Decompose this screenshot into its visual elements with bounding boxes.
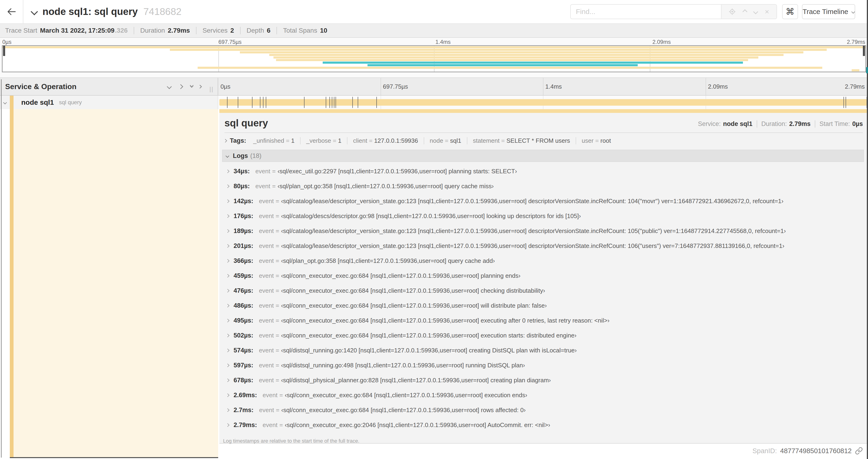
log-row[interactable]: 2.7ms:event=‹sql/conn_executor_exec.go:6…: [222, 402, 864, 418]
view-selector-label: Trace Timeline: [803, 8, 848, 15]
service-operation-header: Service & Operation ||: [0, 78, 218, 95]
log-row[interactable]: 678µs:event=‹sql/distsql_physical_planne…: [222, 373, 864, 388]
log-expand-icon[interactable]: [226, 184, 229, 188]
chevron-down-icon[interactable]: [31, 8, 38, 15]
minimap-span-bar-row: [3, 69, 865, 72]
minimap-rows: [3, 46, 865, 72]
collapse-one-icon[interactable]: [167, 84, 172, 89]
log-row[interactable]: 201µs:event=‹sql/catalog/lease/descripto…: [222, 238, 864, 253]
log-row[interactable]: 142µs:event=‹sql/catalog/lease/descripto…: [222, 194, 864, 208]
expand-all-icon[interactable]: [201, 85, 202, 88]
minimap-span-bar-row: [3, 54, 865, 56]
log-expand-icon[interactable]: [226, 319, 229, 322]
collapse-all-icon[interactable]: [190, 86, 193, 87]
span-bar-ticks: [219, 96, 867, 109]
minimap-span-bar-row: [3, 64, 865, 66]
log-expand-icon[interactable]: [226, 214, 229, 218]
log-expand-icon[interactable]: [226, 378, 229, 382]
log-expand-icon[interactable]: [226, 408, 229, 412]
divider: [224, 132, 863, 133]
trace-timeline-page: node sql1: sql query 7418682 × ⌘ Trace T…: [0, 0, 868, 459]
info-value: 6: [267, 27, 271, 34]
meta-label: Duration:: [762, 120, 787, 128]
log-row[interactable]: 476µs:event=‹sql/conn_executor_exec.go:6…: [222, 283, 864, 298]
back-button[interactable]: [0, 0, 23, 23]
log-expand-icon[interactable]: [226, 363, 229, 367]
keyboard-shortcuts-button[interactable]: ⌘: [782, 4, 798, 19]
collapse-controls: [167, 78, 202, 95]
log-expand-icon[interactable]: [226, 333, 229, 337]
deep-link-icon[interactable]: [855, 447, 863, 455]
log-expand-icon[interactable]: [226, 229, 229, 233]
log-row[interactable]: 502µs:event=‹sql/conn_executor_exec.go:6…: [222, 328, 864, 343]
scrubber-left-handle[interactable]: [3, 46, 5, 56]
tag-item: statement = SELECT * FROM users: [467, 137, 576, 144]
find-clear-icon[interactable]: ×: [765, 8, 769, 15]
log-expand-icon[interactable]: [226, 393, 229, 397]
tick-label: 0µs: [220, 83, 230, 90]
log-row[interactable]: 34µs:event=‹sql/exec_util.go:2297 [nsql1…: [222, 164, 864, 179]
log-row[interactable]: 366µs:event=‹sql/plan_opt.go:358 [nsql1,…: [222, 253, 864, 268]
log-expand-icon[interactable]: [226, 199, 229, 203]
find-box: ×: [570, 4, 777, 19]
log-expand-icon[interactable]: [226, 259, 229, 263]
log-expand-icon[interactable]: [226, 244, 229, 248]
page-title: node sql1: sql query: [42, 6, 138, 17]
logs-header[interactable]: Logs (18): [222, 150, 864, 162]
log-event-tick: [330, 97, 330, 108]
log-expand-icon[interactable]: [226, 349, 229, 352]
log-row[interactable]: 176µs:event=‹sql/catalog/descs/descripto…: [222, 208, 864, 223]
info-label: Duration: [140, 27, 165, 34]
minimap-span-bar-row: [3, 66, 865, 69]
span-operation-name: sql query: [59, 99, 82, 106]
tags-row[interactable]: Tags: _unfinished = 1_verbose = 1client …: [223, 137, 863, 144]
span-name-column[interactable]: node sql1 sql query: [0, 96, 218, 109]
span-detail-title: sql query: [224, 118, 268, 129]
find-prev-icon[interactable]: [742, 9, 747, 14]
tag-item: client = 127.0.0.1:59936: [347, 137, 424, 144]
log-expand-icon[interactable]: [226, 289, 229, 292]
log-event-tick: [843, 97, 844, 108]
log-row[interactable]: 486µs:event=‹sql/conn_executor_exec.go:6…: [222, 298, 864, 313]
tag-item: _verbose = 1: [300, 137, 347, 144]
log-event-tick: [352, 97, 353, 108]
log-expand-icon[interactable]: [226, 274, 229, 277]
column-resizer[interactable]: ||: [209, 86, 214, 93]
view-selector-button[interactable]: Trace Timeline: [802, 4, 855, 19]
find-input[interactable]: [571, 5, 721, 19]
log-expand-icon[interactable]: [226, 304, 229, 307]
span-id-line: SpanID: 4877749850101760812: [752, 447, 863, 455]
minimap-span-bar-row: [3, 61, 865, 64]
log-row[interactable]: 597µs:event=‹sql/distsql_running.go:498 …: [222, 358, 864, 373]
find-next-icon[interactable]: [753, 9, 758, 14]
log-event-tick: [227, 97, 227, 108]
log-row[interactable]: 459µs:event=‹sql/conn_executor_exec.go:6…: [222, 268, 864, 283]
span-collapse-icon[interactable]: [3, 101, 7, 104]
log-row[interactable]: 2.79ms:event=‹sql/conn_executor_exec.go:…: [222, 418, 864, 432]
log-row[interactable]: 2.69ms:event=‹sql/conn_executor_exec.go:…: [222, 388, 864, 402]
tag-item: _unfinished = 1: [248, 137, 300, 144]
span-timeline-cell[interactable]: [218, 96, 868, 109]
scrubber-right-handle[interactable]: [863, 46, 865, 56]
minimap-canvas[interactable]: [2, 45, 866, 72]
log-expand-icon[interactable]: [226, 169, 229, 173]
span-color-bar: [10, 96, 13, 109]
log-event-tick: [304, 97, 305, 108]
command-icon: ⌘: [786, 6, 795, 17]
log-row[interactable]: 574µs:event=‹sql/distsql_running.go:1420…: [222, 343, 864, 358]
trace-minimap[interactable]: 0µs 697.75µs 1.4ms 2.09ms 2.79ms: [0, 38, 868, 77]
span-id-value: 4877749850101760812: [780, 447, 852, 455]
tick-label: 2.79ms: [847, 39, 865, 45]
log-row[interactable]: 495µs:event=‹sql/conn_executor_exec.go:6…: [222, 313, 864, 328]
locate-icon[interactable]: [729, 8, 736, 15]
log-row[interactable]: 80µs:event=‹sql/plan_opt.go:358 [nsql1,c…: [222, 179, 864, 194]
logs-collapse-icon[interactable]: [226, 154, 229, 158]
tags-expand-icon[interactable]: [223, 139, 227, 143]
log-row[interactable]: 189µs:event=‹sql/catalog/lease/descripto…: [222, 223, 864, 238]
detail-span-color-bar: [10, 109, 13, 458]
span-detail-panel: sql query Service: node sql1 Duration: 2…: [219, 113, 867, 444]
log-expand-icon[interactable]: [226, 423, 229, 427]
span-row[interactable]: node sql1 sql query: [0, 96, 868, 109]
expand-one-icon[interactable]: [178, 84, 183, 89]
minimap-span-bar-row: [3, 51, 865, 54]
